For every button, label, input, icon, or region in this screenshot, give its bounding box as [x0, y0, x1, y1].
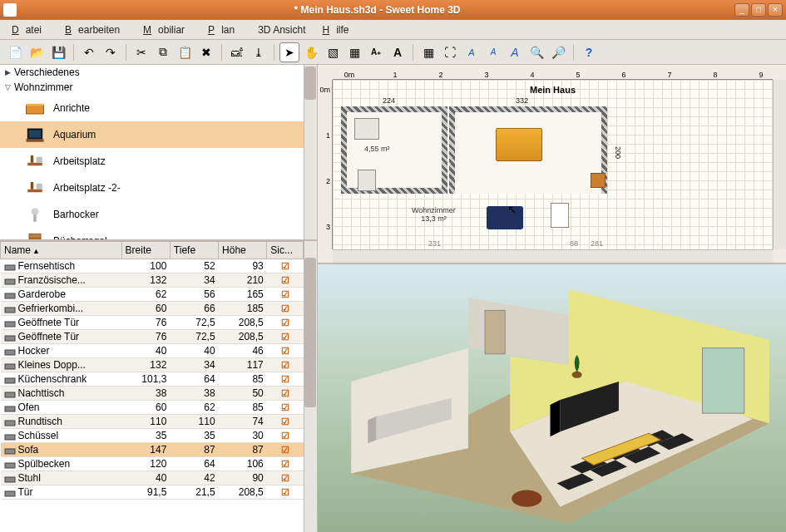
create-room-icon[interactable]: ▦ — [344, 42, 364, 62]
cell-visible-checkbox[interactable]: ☑ — [267, 344, 304, 358]
svg-marker-43 — [468, 298, 569, 364]
cell-visible-checkbox[interactable]: ☑ — [267, 273, 304, 288]
cell-visible-checkbox[interactable]: ☑ — [267, 429, 304, 443]
copy-icon[interactable]: ⧉ — [153, 42, 173, 62]
zoom-out-icon[interactable]: 🔍 — [526, 42, 546, 62]
col-tiefe[interactable]: Tiefe — [170, 242, 218, 259]
plan-scrollbar-v[interactable] — [773, 80, 786, 249]
table-row[interactable]: Geöffnete Tür7672,5208,5☑ — [1, 330, 304, 344]
table-row[interactable]: Garderobe6256165☑ — [1, 288, 304, 302]
redo-icon[interactable]: ↷ — [101, 42, 121, 62]
catalog-item[interactable]: Arbeitsplatz -2- — [0, 175, 317, 201]
text-big-icon[interactable]: A — [505, 42, 525, 62]
zoom-in-icon[interactable]: 🔎 — [548, 42, 568, 62]
cell-visible-checkbox[interactable]: ☑ — [267, 415, 304, 429]
cell-visible-checkbox[interactable]: ☑ — [267, 387, 304, 401]
plan-canvas[interactable]: Mein Haus 224 332 200 4,55 m² Wohnzimmer… — [333, 80, 773, 249]
catalog-category-verschiedenes[interactable]: ▶Verschiedenes — [0, 65, 317, 80]
save-icon[interactable]: 💾 — [48, 42, 68, 62]
cell-visible-checkbox[interactable]: ☑ — [267, 401, 304, 415]
cell-visible-checkbox[interactable]: ☑ — [267, 485, 304, 500]
catalog-item[interactable]: Aquarium — [0, 121, 317, 148]
new-icon[interactable]: 📄 — [5, 42, 25, 62]
add-furniture-icon[interactable]: 🛋 — [227, 42, 247, 62]
col-hoehe[interactable]: Höhe — [219, 242, 267, 259]
ruler-tick: 8 — [713, 71, 717, 79]
furniture-catalog[interactable]: ▶Verschiedenes ▽Wohnzimmer AnrichteAquar… — [0, 65, 317, 241]
table-row[interactable]: Küchenschrank101,36485☑ — [1, 372, 304, 387]
menu-hilfe[interactable]: Hilfe — [316, 22, 363, 38]
open-icon[interactable]: 📂 — [27, 42, 47, 62]
col-breite[interactable]: Breite — [121, 242, 170, 259]
catalog-item[interactable]: Arbeitsplatz — [0, 148, 317, 175]
plan-obj-bed[interactable] — [496, 128, 542, 161]
col-sichtbar[interactable]: Sic... — [267, 242, 304, 259]
undo-icon[interactable]: ↶ — [79, 42, 99, 62]
cell-visible-checkbox[interactable]: ☑ — [267, 443, 304, 457]
select-icon[interactable]: ➤ — [279, 42, 299, 62]
menu-3dansicht[interactable]: 3D Ansicht — [251, 22, 312, 38]
table-row[interactable]: Kleines Dopp...13234117☑ — [1, 358, 304, 372]
table-row[interactable]: Nachttisch383850☑ — [1, 387, 304, 401]
cell-visible-checkbox[interactable]: ☑ — [267, 302, 304, 316]
create-wall-icon[interactable]: ▧ — [323, 42, 343, 62]
table-row[interactable]: Rundtisch11011074☑ — [1, 415, 304, 429]
table-row[interactable]: Geöffnete Tür7672,5208,5☑ — [1, 316, 304, 330]
plan-obj-table[interactable] — [591, 173, 606, 188]
cell-visible-checkbox[interactable]: ☑ — [267, 457, 304, 471]
menu-datei[interactable]: Datei — [5, 22, 55, 38]
catalog-category-wohnzimmer[interactable]: ▽Wohnzimmer — [0, 80, 317, 95]
cell-visible-checkbox[interactable]: ☑ — [267, 316, 304, 330]
import-icon[interactable]: ⤓ — [249, 42, 269, 62]
cell-visible-checkbox[interactable]: ☑ — [267, 372, 304, 387]
paste-icon[interactable]: 📋 — [175, 42, 195, 62]
catalog-item[interactable]: Anrichte — [0, 95, 317, 121]
plan-obj-picture[interactable] — [551, 203, 569, 228]
cell-visible-checkbox[interactable]: ☑ — [267, 471, 304, 485]
catalog-item[interactable]: Barhocker — [0, 201, 317, 228]
table-row[interactable]: Tür91,521,5208,5☑ — [1, 485, 304, 500]
grid-icon[interactable]: ▦ — [418, 42, 438, 62]
close-button[interactable]: × — [768, 3, 783, 17]
menu-plan[interactable]: Plan — [201, 22, 248, 38]
cut-icon[interactable]: ✂ — [131, 42, 151, 62]
fit-icon[interactable]: ⛶ — [440, 42, 460, 62]
axes-icon[interactable]: A — [462, 42, 482, 62]
table-row[interactable]: Gefrierkombi...6066185☑ — [1, 302, 304, 316]
catalog-item[interactable]: Bücherregal — [0, 228, 317, 241]
3d-view[interactable] — [318, 264, 786, 532]
minimize-button[interactable]: _ — [734, 3, 749, 17]
table-row[interactable]: Stuhl404290☑ — [1, 471, 304, 485]
delete-icon[interactable]: ✖ — [196, 42, 216, 62]
plan-obj-fridge[interactable] — [358, 170, 376, 191]
cell-visible-checkbox[interactable]: ☑ — [267, 288, 304, 302]
table-row[interactable]: Hocker404046☑ — [1, 344, 304, 358]
catalog-scrollbar[interactable] — [304, 65, 317, 239]
menu-bearbeiten[interactable]: Bearbeiten — [58, 22, 133, 38]
help-icon[interactable]: ? — [579, 42, 599, 62]
add-text-icon[interactable]: A — [388, 42, 408, 62]
maximize-button[interactable]: □ — [751, 3, 766, 17]
table-row[interactable]: Spülbecken12064106☑ — [1, 457, 304, 471]
cell-tiefe: 64 — [170, 372, 218, 387]
plan-obj-cabinet[interactable] — [354, 118, 379, 140]
plan-view[interactable]: 0m123456789 0m123 Mein Haus 224 332 200 … — [318, 65, 786, 264]
table-scrollbar[interactable] — [304, 241, 317, 532]
col-name[interactable]: Name▲ — [1, 242, 122, 259]
menu-mobiliar[interactable]: Mobiliar — [136, 22, 198, 38]
cell-visible-checkbox[interactable]: ☑ — [267, 330, 304, 344]
table-row[interactable]: Französische...13234210☑ — [1, 273, 304, 288]
table-row[interactable]: Sofa1478787☑ — [1, 443, 304, 457]
plan-obj-sofa[interactable] — [487, 206, 523, 229]
plan-scrollbar-h[interactable] — [333, 249, 773, 263]
text-small-icon[interactable]: A — [483, 42, 503, 62]
row-icon — [4, 276, 16, 286]
table-row[interactable]: Fernsehtisch1005293☑ — [1, 259, 304, 273]
cell-visible-checkbox[interactable]: ☑ — [267, 259, 304, 273]
pan-icon[interactable]: ✋ — [301, 42, 321, 62]
cell-visible-checkbox[interactable]: ☑ — [267, 358, 304, 372]
create-dimension-icon[interactable]: A₊ — [366, 42, 386, 62]
furniture-table[interactable]: Name▲ Breite Tiefe Höhe Sic... Fernsehti… — [0, 241, 317, 532]
table-row[interactable]: Schüssel353530☑ — [1, 429, 304, 443]
table-row[interactable]: Ofen606285☑ — [1, 401, 304, 415]
